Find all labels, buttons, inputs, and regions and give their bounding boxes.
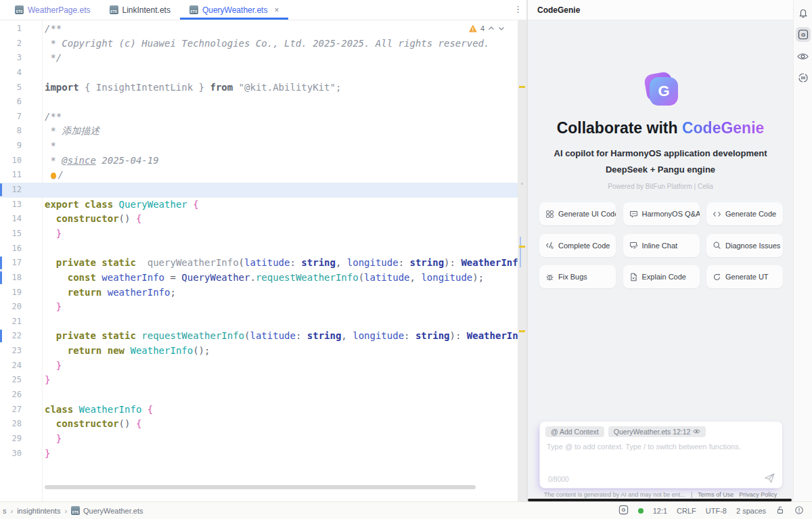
code-line-8[interactable]: 8 * 添加描述 [0,124,518,139]
code-line-21[interactable]: 21 [0,315,518,330]
line-number[interactable]: 26 [0,388,42,403]
line-number[interactable]: 2 [0,37,42,51]
line-number[interactable]: 20 [0,300,42,315]
code-line-3[interactable]: 3 */ [0,51,518,66]
code-line-16[interactable]: 16 [0,242,518,256]
intention-bulb-icon[interactable] [51,173,56,179]
breadcrumb-item[interactable]: insightintents [17,507,60,515]
info-stripe-mark[interactable] [521,183,523,185]
file-encoding[interactable]: UTF-8 [706,507,727,515]
code-line-5[interactable]: 5import { InsightIntentLink } from "@kit… [0,81,518,95]
line-number[interactable]: 21 [0,315,42,330]
line-number[interactable]: 6 [0,95,42,110]
code-line-6[interactable]: 6 [0,95,518,110]
warning-stripe-mark[interactable] [519,330,525,332]
code-line-25[interactable]: 25} [0,373,518,388]
codegenie-tool-icon[interactable]: G [796,27,811,42]
line-number[interactable]: 25 [0,373,42,388]
code-line-17[interactable]: 17 private static queryWeatherInfo(latit… [0,256,518,271]
code-line-2[interactable]: 2 * Copyright (c) Huawei Technologies Co… [0,37,518,51]
code-line-27[interactable]: 27class WeatherInfo { [0,403,518,418]
error-indicator-icon[interactable] [794,505,804,516]
terms-of-use-link[interactable]: Terms of Use [698,491,734,498]
generate-code-button[interactable]: Generate Code [706,202,783,225]
editor-horizontal-scrollbar[interactable] [45,485,476,489]
warning-stripe-mark[interactable] [519,86,525,88]
ai-assistant-icon[interactable] [796,70,811,85]
line-number[interactable]: 27 [0,403,42,418]
send-icon[interactable] [764,472,775,484]
notifications-icon[interactable] [796,5,811,20]
line-number[interactable]: 13 [0,198,42,212]
line-number[interactable]: 19 [0,286,42,300]
code-line-13[interactable]: 13export class QueryWeather { [0,198,518,212]
prev-warning-icon[interactable] [488,26,495,31]
line-number[interactable]: 23 [0,344,42,359]
code-line-4[interactable]: 4 [0,66,518,81]
line-number[interactable]: 22 [0,329,42,344]
generate-ut-button[interactable]: Generate UT [706,265,783,288]
generate-ui-code-button[interactable]: Generate UI Code [539,202,616,225]
code-line-18[interactable]: 18 const weatherInfo = QueryWeather.requ… [0,271,518,286]
harmonyos-q-a-button[interactable]: HarmonyOS Q&A [623,202,700,225]
close-tab-icon[interactable]: × [274,5,279,15]
privacy-policy-link[interactable]: Privacy Policy [739,491,777,498]
explain-code-button[interactable]: Explain Code [623,265,700,288]
line-number[interactable]: 8 [0,124,42,139]
tab-linkintent-ets[interactable]: ETSLinkIntent.ets [100,0,180,20]
code-line-20[interactable]: 20 } [0,300,518,315]
code-line-12[interactable]: 12 [0,183,518,198]
line-number[interactable]: 17 [0,256,42,271]
code-line-14[interactable]: 14 constructor() { [0,212,518,227]
chat-input-card[interactable]: @ Add Context QueryWeather.ets 12:12 Typ… [539,421,783,489]
file-context-chip[interactable]: QueryWeather.ets 12:12 [608,426,706,437]
line-number[interactable]: 29 [0,432,42,447]
inspections-widget[interactable]: ! 4 [467,24,507,33]
line-number[interactable]: 1 [0,22,42,37]
tab-queryweather-ets[interactable]: ETSQueryWeather.ets× [180,0,289,20]
code-line-24[interactable]: 24 } [0,359,518,374]
line-number[interactable]: 3 [0,51,42,66]
line-number[interactable]: 16 [0,242,42,256]
chat-input-placeholder[interactable]: Type @ to add context. Type / to switch … [540,437,782,451]
code-line-22[interactable]: 22 private static requestWeatherInfo(lat… [0,329,518,344]
line-number[interactable]: 30 [0,447,42,461]
caret-position[interactable]: 12:1 [653,507,667,515]
code-line-19[interactable]: 19 return weatherInfo; [0,286,518,300]
indent-setting[interactable]: 2 spaces [736,507,766,515]
code-line-11[interactable]: 11 / [0,168,518,183]
line-number[interactable]: 5 [0,81,42,95]
code-line-9[interactable]: 9 * [0,139,518,154]
code-line-26[interactable]: 26 [0,388,518,403]
code-line-10[interactable]: 10 * @since 2025-04-19 [0,154,518,168]
code-editor[interactable]: 1/**2 * Copyright (c) Huawei Technologie… [0,20,518,501]
line-number[interactable]: 10 [0,154,42,168]
unlock-icon[interactable] [775,505,785,516]
breadcrumb-item[interactable]: ETSQueryWeather.ets [71,506,143,515]
fix-bugs-button[interactable]: Fix Bugs [539,265,616,288]
warning-stripe-mark[interactable] [519,246,525,248]
code-line-1[interactable]: 1/** [0,22,518,37]
code-line-7[interactable]: 7/** [0,110,518,125]
code-line-30[interactable]: 30} [0,447,518,461]
previewer-eye-icon[interactable] [796,49,811,64]
line-number[interactable]: 18 [0,271,42,286]
diagnose-issues-button[interactable]: Diagnose Issues [706,234,783,257]
code-line-29[interactable]: 29 } [0,432,518,447]
code-line-15[interactable]: 15 } [0,227,518,242]
tab-options-menu-icon[interactable]: ⋮ [514,4,522,14]
codegenie-status-icon[interactable]: G [618,505,629,516]
code-line-28[interactable]: 28 constructor() { [0,417,518,432]
line-number[interactable]: 15 [0,227,42,242]
tab-weatherpage-ets[interactable]: ETSWeatherPage.ets [5,0,100,20]
line-ending[interactable]: CRLF [677,507,696,515]
editor-scrollbar[interactable] [518,20,526,501]
breadcrumb-item[interactable]: s [3,507,7,515]
inline-chat-button[interactable]: Inline Chat [623,234,700,257]
line-number[interactable]: 4 [0,66,42,81]
next-warning-icon[interactable] [498,26,505,31]
code-line-23[interactable]: 23 return new WeatherInfo(); [0,344,518,359]
complete-code-button[interactable]: Complete Code [539,234,616,257]
sync-status-dot[interactable] [638,508,644,514]
add-context-chip[interactable]: @ Add Context [545,426,604,437]
